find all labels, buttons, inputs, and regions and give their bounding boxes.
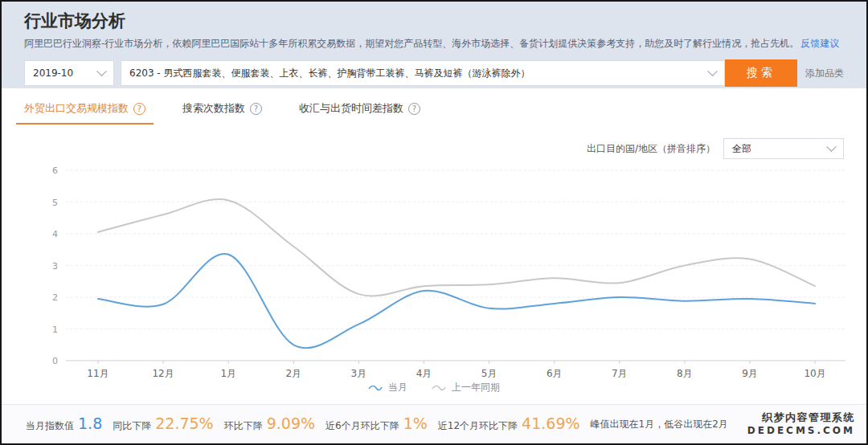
legend-label: 上一年同期 (452, 381, 500, 394)
y-axis-tick-label: 0 (52, 356, 58, 366)
watermark-line1: 织梦内容管理系统 (747, 411, 855, 424)
y-axis-tick-label: 3 (52, 261, 58, 271)
page-header: 行业市场分析 阿里巴巴行业洞察-行业市场分析，依赖阿里巴巴国际站十多年所积累交易… (2, 2, 866, 88)
x-axis-tick-label: 4月 (416, 368, 432, 379)
stat-item-1: 同比下降22.75% (113, 416, 213, 433)
x-axis-tick-label: 6月 (547, 368, 563, 379)
subtitle-text: 阿里巴巴行业洞察-行业市场分析，依赖阿里巴巴国际站十多年所积累交易数据，期望对您… (24, 38, 799, 49)
x-axis-tick-label: 1月 (220, 368, 236, 379)
tab-label: 外贸出口交易规模指数 (24, 101, 129, 116)
y-axis-tick-label: 4 (52, 229, 58, 239)
stat-value: 1.8 (78, 416, 102, 431)
chevron-down-icon (707, 66, 718, 76)
category-select[interactable]: 6203 - 男式西服套装、便服套装、上衣、长裤、护胸背带工装裤、马裤及短裤（游… (121, 60, 725, 86)
x-axis-tick-label: 7月 (612, 368, 628, 379)
stat-label: 环比下降 (224, 419, 263, 433)
wave-line-icon (432, 385, 446, 391)
page-subtitle: 阿里巴巴行业洞察-行业市场分析，依赖阿里巴巴国际站十多年所积累交易数据，期望对您… (24, 37, 844, 51)
watermark: 织梦内容管理系统DEDECMS.COM (747, 411, 855, 436)
chart-controls: 出口目的国/地区（拼音排序） 全部 (2, 129, 866, 161)
index-tabs: 外贸出口交易规模指数?搜索次数指数?收汇与出货时间差指数? (2, 88, 866, 129)
add-category-link[interactable]: 添加品类 (805, 67, 844, 80)
stat-item-2: 环比下降9.09% (224, 416, 315, 433)
stat-value: 41.69% (522, 416, 579, 431)
x-axis-tick-label: 3月 (351, 368, 367, 379)
tab-0[interactable]: 外贸出口交易规模指数? (24, 88, 145, 129)
tab-label: 搜索次数指数 (182, 101, 245, 116)
chevron-down-icon (96, 66, 107, 76)
region-filter-label: 出口目的国/地区（拼音排序） (587, 142, 715, 156)
stat-item-4: 近12个月环比下降41.69% (438, 416, 580, 433)
question-circle-icon[interactable]: ? (133, 103, 145, 115)
page-title: 行业市场分析 (24, 11, 844, 31)
x-axis-tick-label: 2月 (285, 368, 301, 379)
stat-item-5: 峰值出现在1月，低谷出现在2月 (591, 418, 728, 431)
chevron-down-icon (826, 141, 837, 152)
stats-bar: 当月指数值1.8同比下降22.75%环比下降9.09%近6个月环比下降1%近12… (2, 404, 866, 443)
legend-label: 当月 (388, 381, 407, 394)
y-axis-tick-label: 6 (52, 165, 58, 176)
question-circle-icon[interactable]: ? (250, 103, 262, 115)
region-select[interactable]: 全部 (723, 138, 844, 159)
watermark-line2: DEDECMS.COM (747, 425, 855, 437)
stat-item-3: 近6个月环比下降1% (326, 416, 428, 433)
stat-label: 近6个月环比下降 (326, 419, 399, 433)
chart-panel: 出口目的国/地区（拼音排序） 全部 012345611月12月1月2月3月4月5… (2, 129, 866, 404)
x-axis-tick-label: 5月 (481, 368, 497, 379)
stat-label: 近12个月环比下降 (438, 419, 518, 433)
x-axis-tick-label: 9月 (742, 368, 758, 379)
y-axis-tick-label: 2 (52, 292, 58, 303)
x-axis-tick-label: 11月 (87, 368, 108, 379)
legend-item-当月[interactable]: 当月 (368, 381, 407, 394)
tab-2[interactable]: 收汇与出货时间差指数? (299, 88, 420, 129)
y-axis-tick-label: 1 (52, 325, 58, 335)
wave-line-icon (368, 385, 383, 391)
stat-label: 当月指数值 (26, 419, 74, 433)
category-select-value: 6203 - 男式西服套装、便服套装、上衣、长裤、护胸背带工装裤、马裤及短裤（游… (129, 67, 530, 80)
search-row: 2019-10 6203 - 男式西服套装、便服套装、上衣、长裤、护胸背带工装裤… (24, 59, 844, 87)
x-axis-tick-label: 12月 (152, 368, 174, 379)
trade-index-line-chart: 012345611月12月1月2月3月4月5月6月7月8月9月10月 (2, 161, 868, 384)
tab-label: 收汇与出货时间差指数 (299, 101, 403, 116)
search-button[interactable]: 搜索 (725, 59, 797, 87)
y-axis-tick-label: 5 (52, 198, 58, 208)
question-circle-icon[interactable]: ? (408, 103, 420, 115)
stat-value: 9.09% (267, 416, 315, 431)
feedback-link[interactable]: 反馈建议 (800, 38, 839, 49)
stat-label: 同比下降 (113, 419, 151, 433)
x-axis-tick-label: 8月 (677, 368, 693, 379)
stat-value: 1% (403, 416, 428, 431)
chart-legend: 当月上一年同期 (2, 381, 866, 394)
region-select-value: 全部 (732, 142, 751, 156)
series-line-当月 (98, 254, 815, 348)
legend-item-上一年同期[interactable]: 上一年同期 (432, 381, 500, 394)
stat-item-0: 当月指数值1.8 (26, 416, 102, 433)
date-select[interactable]: 2019-10 (24, 60, 114, 86)
stat-label: 峰值出现在1月，低谷出现在2月 (591, 418, 728, 431)
x-axis-tick-label: 10月 (804, 368, 825, 379)
stat-value: 22.75% (155, 416, 213, 431)
tab-1[interactable]: 搜索次数指数? (182, 88, 262, 129)
industry-market-analysis-page: 行业市场分析 阿里巴巴行业洞察-行业市场分析，依赖阿里巴巴国际站十多年所积累交易… (0, 0, 868, 445)
series-line-上一年同期 (98, 199, 815, 296)
date-select-value: 2019-10 (33, 67, 73, 79)
